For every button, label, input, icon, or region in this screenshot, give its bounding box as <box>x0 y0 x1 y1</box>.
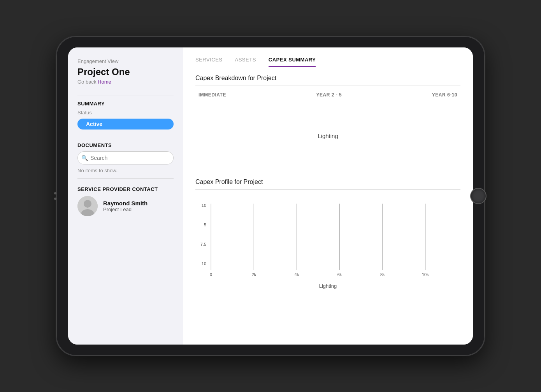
service-provider-section: SERVICE PROVIDER CONTACT Raymond Smith P… <box>77 186 174 216</box>
svg-text:2k: 2k <box>251 272 256 277</box>
project-title: Project One <box>77 66 174 77</box>
sidebar-divider-2 <box>77 136 174 136</box>
lighting-center-label: Lighting <box>318 133 338 139</box>
svg-text:0: 0 <box>210 272 212 277</box>
svg-point-1 <box>84 200 91 208</box>
search-wrapper: 🔍 <box>77 151 174 164</box>
sidebar: Engagement View Project One Go back Home… <box>68 47 183 345</box>
avatar <box>77 196 98 216</box>
tablet-screen: Engagement View Project One Go back Home… <box>68 47 473 345</box>
go-back-row: Go back Home <box>77 79 174 85</box>
tab-capex-summary[interactable]: CAPEX SUMMARY <box>269 57 316 67</box>
capex-col-year6-10: YEAR 6-10 <box>432 92 457 98</box>
tablet-home-button[interactable] <box>470 188 487 204</box>
capex-breakdown-area: Lighting <box>195 101 460 171</box>
capex-columns: IMMEDIATE YEAR 2 - 5 YEAR 6-10 <box>195 92 460 98</box>
svg-text:10: 10 <box>202 261 206 266</box>
chart-container: 10 5 7.5 10 0 2k 4k <box>195 196 460 282</box>
contact-row: Raymond Smith Project Lead <box>77 196 174 216</box>
home-link[interactable]: Home <box>98 79 111 85</box>
tab-services[interactable]: SERVICES <box>195 57 223 67</box>
documents-title: DOCUMENTS <box>77 142 174 148</box>
documents-section: DOCUMENTS 🔍 No items to show.. <box>77 142 174 173</box>
sidebar-divider-1 <box>77 96 174 96</box>
engagement-view-label: Engagement View <box>77 58 174 64</box>
tablet-frame: Engagement View Project One Go back Home… <box>56 37 485 355</box>
no-items-text: No items to show.. <box>77 168 174 173</box>
tabs-row: SERVICES ASSETS CAPEX SUMMARY <box>195 57 460 67</box>
contact-name: Raymond Smith <box>103 200 148 206</box>
svg-text:6k: 6k <box>337 272 342 277</box>
svg-text:4k: 4k <box>295 272 299 277</box>
tablet-left-btn-2 <box>54 198 56 200</box>
capex-profile-title: Capex Profile for Project <box>195 178 460 186</box>
chart-svg: 10 5 7.5 10 0 2k 4k <box>195 196 460 282</box>
capex-col-immediate: IMMEDIATE <box>198 92 226 98</box>
contact-role: Project Lead <box>103 206 148 212</box>
svg-text:7.5: 7.5 <box>200 242 206 247</box>
capex-divider-2 <box>195 189 460 190</box>
search-input[interactable] <box>77 151 174 164</box>
status-badge: Active <box>77 119 174 130</box>
sidebar-divider-3 <box>77 178 174 178</box>
contact-info: Raymond Smith Project Lead <box>103 200 148 212</box>
capex-profile-section: Capex Profile for Project 10 5 7.5 10 <box>195 178 460 289</box>
status-label: Status <box>77 110 174 116</box>
main-content: SERVICES ASSETS CAPEX SUMMARY Capex Brea… <box>183 47 473 345</box>
capex-col-year2-5: YEAR 2 - 5 <box>316 92 342 98</box>
capex-breakdown-title: Capex Breakdown for Project <box>195 75 460 82</box>
svg-text:8k: 8k <box>380 272 385 277</box>
tablet-left-buttons <box>54 192 56 200</box>
search-icon: 🔍 <box>81 155 88 161</box>
tab-assets[interactable]: ASSETS <box>235 57 256 67</box>
summary-title: SUMMARY <box>77 101 174 107</box>
service-provider-title: SERVICE PROVIDER CONTACT <box>77 186 174 192</box>
svg-text:5: 5 <box>204 222 206 227</box>
svg-text:10: 10 <box>202 203 206 208</box>
tablet-left-btn-1 <box>54 192 56 194</box>
go-back-text: Go back <box>77 79 96 85</box>
svg-text:10k: 10k <box>422 272 429 277</box>
chart-x-label: Lighting <box>195 283 460 289</box>
capex-divider-1 <box>195 86 460 86</box>
